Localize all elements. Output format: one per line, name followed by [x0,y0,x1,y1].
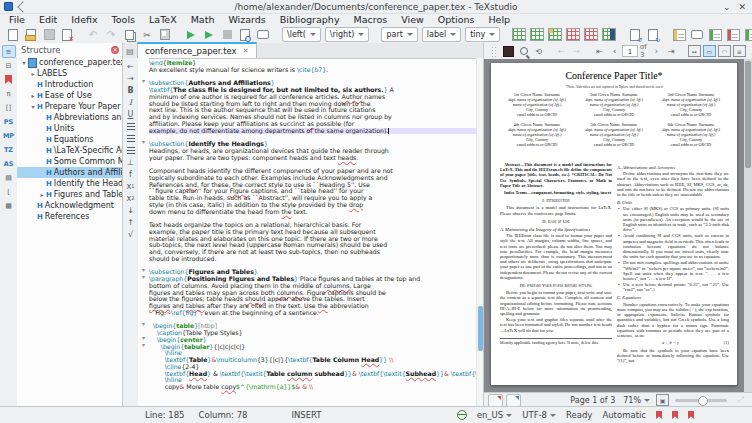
paste-icon[interactable] [157,27,173,42]
fold-gutter[interactable]: ▾▾▾▾▾▾▾ [138,58,149,407]
structure-item-some-common-mistakes[interactable]: HSome Common Mistakes [17,156,123,167]
structure-item-identify-the-headings[interactable]: HIdentify the Headings [17,178,123,189]
math-mode-icon[interactable]: ⊥ [124,156,137,168]
bookmark-icon[interactable] [672,411,678,419]
todo-note-icon[interactable] [671,27,687,42]
add-table-column-icon[interactable] [547,27,563,42]
save-icon[interactable] [41,27,57,42]
bookmark-icon[interactable] [656,411,662,419]
view-log-icon[interactable] [237,27,253,42]
first-page-icon[interactable]: ⇤ [593,45,606,58]
menu-math[interactable]: Math [184,14,222,25]
next-page-icon[interactable]: › [650,45,663,58]
subscript-icon[interactable]: x1 [124,180,137,192]
arrow-left-icon[interactable]: ← [124,60,137,72]
structure-item-equations[interactable]: HEquations [17,134,123,145]
minimize-button[interactable]: ⌄ [723,2,731,12]
reference-combo[interactable]: label [422,27,461,42]
pdf-page[interactable]: Conference Paper Title* *Note: Sub-title… [491,63,737,385]
remove-note-icon[interactable] [725,27,741,42]
zoom-original-icon[interactable]: ▣ [656,394,669,406]
next-note-icon[interactable] [743,27,752,42]
build-and-view-icon[interactable] [183,27,199,42]
back-icon[interactable]: ← [555,45,568,58]
symbol-grid-icon[interactable]: ▦ [2,199,16,212]
language-combo[interactable]: en_US [477,410,512,420]
align-table-icon[interactable] [601,27,617,42]
presentation-icon[interactable] [503,46,514,57]
continuous-icon[interactable]: ≡ [733,45,746,57]
previous-document-icon[interactable] [627,27,643,42]
sectioning-combo[interactable]: part [381,27,417,42]
copy-icon[interactable] [121,27,137,42]
previous-page-icon[interactable]: ‹ [608,45,621,58]
forward-icon[interactable]: → [570,45,583,58]
structure-item-authors-and-affiliations[interactable]: HAuthors and Affiliations [17,167,123,178]
code-line[interactable]: copy& More table copy$^{\mathrm{a}}$& & … [149,384,477,391]
toolbar-handle[interactable] [492,46,496,57]
comment-bubble-icon[interactable] [689,27,705,42]
asymptote-icon[interactable]: AS [2,157,16,170]
symbols-brackets-icon[interactable]: [] [2,101,16,114]
root-icon[interactable]: √ [124,228,137,240]
menu-latex[interactable]: LaTeX [142,14,184,25]
code-line[interactable]: \begin{tabular}{|c|c|c|c|} [149,344,477,351]
menu-tools[interactable]: Tools [105,14,142,25]
underline-icon[interactable]: U [124,108,137,120]
pstricks-icon[interactable]: PS [2,115,16,128]
insert-note-icon[interactable] [707,27,723,42]
line-info-icon[interactable]: ⌊ [2,185,16,198]
fit-window-icon[interactable]: ▭ [703,45,716,57]
next-document-icon[interactable] [645,27,661,42]
font-size-combo[interactable]: tiny [465,27,500,42]
menu-macros[interactable]: Macros [347,14,395,25]
collapse-icon[interactable]: △ [748,45,752,58]
arrow-right-icon[interactable]: → [124,72,137,84]
structure-item-introduction[interactable]: HIntroduction [17,79,123,90]
page-number-input[interactable] [622,45,638,57]
menu-file[interactable]: File [2,14,32,25]
code-line[interactable]: ``Fig.~\ref{fig}'', even at the beginnin… [149,310,477,317]
encoding-combo[interactable]: UTF-8 [522,410,556,420]
code-line[interactable]: An excellent style manual for science wr… [149,67,477,74]
zoom-slider[interactable] [675,399,727,402]
code-line[interactable]: example, do not differentiate among depa… [149,128,477,135]
arrow-down-icon[interactable]: ↓ [124,204,137,216]
magnifier-icon[interactable] [520,47,528,55]
structure-item-references[interactable]: HReferences [17,211,123,222]
redo-icon[interactable]: ↷ [103,27,119,42]
new-document-icon[interactable] [5,27,21,42]
menu-bibliography[interactable]: Bibliography [273,14,347,25]
code-line[interactable]: down menu to differentiate the head from… [149,209,477,216]
tab-conference-paper[interactable]: conference_paper.tex ✕ [137,42,257,58]
embed-viewer-icon[interactable] [488,394,503,407]
pdf-scrollbar[interactable] [744,59,752,393]
close-panel-icon[interactable]: ✕ [111,46,119,54]
menu-view[interactable]: View [394,14,431,25]
structure-item-ease-of-use[interactable]: ▸HEase of Use [17,90,123,101]
document-list-icon[interactable]: ▤ [123,44,137,58]
fit-width-icon[interactable]: ↔ [688,45,701,57]
function-icon[interactable]: f [124,168,137,180]
comment-icon[interactable] [255,27,271,42]
fullscreen-icon[interactable]: ⤢ [734,394,747,407]
structure-item-figures-and-tables[interactable]: ▸HFigures and Tables [17,189,123,200]
structure-item-units[interactable]: HUnits [17,123,123,134]
status-automatic[interactable]: Automatic [602,410,646,420]
menu-edit[interactable]: Edit [32,14,64,25]
arrow-up-icon[interactable]: ↑ [124,216,137,228]
structure-panel-icon[interactable]: ≡ [2,45,16,58]
metapost-icon[interactable]: MP [2,129,16,142]
bold-icon[interactable]: B [124,84,137,96]
last-page-icon[interactable]: ⇥ [665,45,678,58]
bookmark-icon[interactable] [688,411,694,419]
snippets-icon[interactable]: ▤ [2,171,16,184]
menu-idefix[interactable]: Idefix [64,14,104,25]
expand-viewer-icon[interactable] [506,394,521,407]
structure-item-prepare-your-paper-before-styling[interactable]: ▾HPrepare Your Paper Before Styling [17,101,123,112]
right-delimiter-combo[interactable]: \right) [325,27,370,42]
code-line[interactable]: your paper. There are two types: compone… [149,155,477,162]
italic-icon[interactable]: I [124,96,137,108]
align-center-icon[interactable] [124,132,137,144]
add-table-row-icon[interactable] [529,27,545,42]
